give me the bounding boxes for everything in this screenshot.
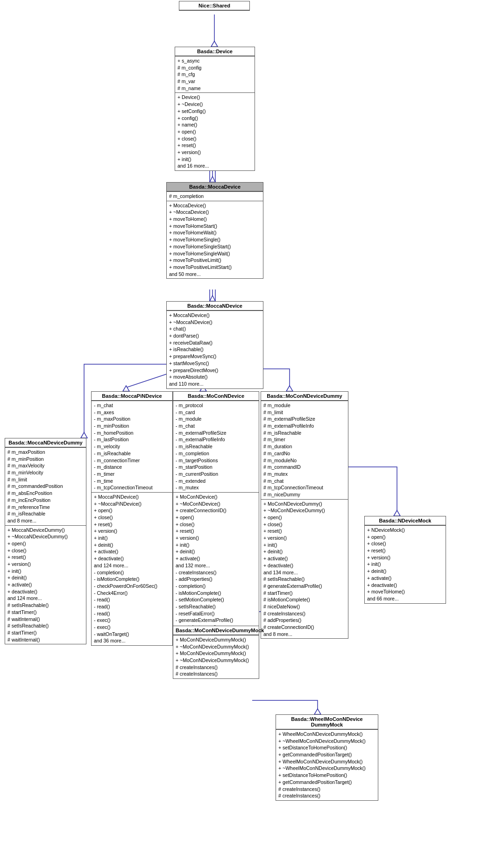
basda-device-methods: + Device() + ~Device() + setConfig() + c…	[175, 92, 255, 170]
svg-marker-11	[123, 386, 129, 391]
basda-mocca-ndevice-dummy-methods: + MoccaNDeviceDummy() + ~MoccaNDeviceDum…	[5, 525, 86, 644]
basda-mocon-ndevice-dummy-methods: + MoConNDeviceDummy() + ~MoConNDeviceDum…	[261, 499, 348, 639]
basda-mocon-ndevice-dummy-mock-box: Basda::MoConNDeviceDummyMock + MoConNDev…	[173, 626, 259, 679]
svg-marker-9	[210, 296, 215, 301]
basda-ndevice-mock-methods: + NDeviceMock() + open() + close() + res…	[365, 525, 446, 603]
basda-mocon-ndevice-dummy-mock-methods: + MoConNDeviceDummyMock() + ~MoConNDevic…	[173, 635, 259, 678]
basda-mocca-pi-ndevice-title: Basda::MoccaPiNDevice	[92, 392, 172, 401]
basda-mocca-device-title: Basda::MoccaDevice	[167, 183, 263, 191]
basda-mocon-ndevice-dummy-attrs: # m_module # m_limit # m_externalProfile…	[261, 401, 348, 499]
basda-mocon-ndevice-box: Basda::MoConNDevice - m_protocol - m_car…	[173, 391, 259, 646]
basda-mocca-pi-ndevice-box: Basda::MoccaPiNDevice - m_chat - m_axes …	[91, 391, 173, 646]
nice-shared-title: Nice::Shared	[179, 1, 249, 10]
basda-device-title: Basda::Device	[175, 47, 255, 56]
basda-mocca-ndevice-title: Basda::MoccaNDevice	[167, 302, 263, 311]
nice-shared-box: Nice::Shared	[179, 1, 250, 11]
svg-marker-16	[314, 709, 321, 714]
basda-mocon-ndevice-dummy-box: Basda::MoConNDeviceDummy # m_module # m_…	[261, 391, 348, 639]
basda-mocca-pi-ndevice-attrs: - m_chat - m_axes - m_maxPosition - m_mi…	[92, 401, 172, 492]
basda-mocca-ndevice-dummy-attrs: # m_maxPosition # m_minPosition # m_maxV…	[5, 447, 86, 525]
basda-mocca-ndevice-dummy-title: Basda::MoccaNDeviceDummy	[5, 438, 86, 447]
diagram-container: Nice::Shared Basda::Device + s_async # m…	[0, 0, 496, 868]
basda-mocon-ndevice-dummy-title: Basda::MoConNDeviceDummy	[261, 392, 348, 401]
basda-mocca-ndevice-box: Basda::MoccaNDevice + MoccaNDevice() + ~…	[166, 301, 263, 389]
basda-mocon-ndevice-methods: + MoConNDevice() + ~MoConNDevice() + cre…	[173, 492, 259, 645]
basda-ndevice-mock-box: Basda::NDeviceMock + NDeviceMock() + ope…	[364, 516, 446, 604]
basda-wheel-mocon-ndevice-dummy-mock-title: Basda::WheelMoConNDeviceDummyMock	[276, 715, 378, 729]
svg-marker-14	[394, 510, 400, 516]
basda-mocca-device-box: Basda::MoccaDevice # m_completion + Mocc…	[166, 182, 263, 279]
basda-wheel-mocon-ndevice-dummy-mock-box: Basda::WheelMoConNDeviceDummyMock + Whee…	[276, 714, 378, 801]
svg-marker-13	[286, 386, 293, 391]
basda-mocon-ndevice-title: Basda::MoConNDevice	[173, 392, 259, 401]
basda-mocca-device-attrs: # m_completion	[167, 191, 263, 201]
basda-mocca-pi-ndevice-methods: + MoccaPiNDevice() + ~MoccaPiNDevice() +…	[92, 492, 172, 645]
basda-mocca-ndevice-dummy-box: Basda::MoccaNDeviceDummy # m_maxPosition…	[5, 438, 86, 644]
basda-mocon-ndevice-dummy-mock-title: Basda::MoConNDeviceDummyMock	[173, 626, 259, 635]
basda-wheel-mocon-ndevice-dummy-mock-methods: + WheelMoConNDeviceDummyMock() + ~WheelM…	[276, 729, 378, 800]
svg-marker-5	[210, 176, 215, 182]
basda-ndevice-mock-title: Basda::NDeviceMock	[365, 516, 446, 525]
svg-marker-1	[211, 41, 218, 47]
basda-device-box: Basda::Device + s_async # m_config # m_c…	[175, 47, 255, 171]
basda-mocon-ndevice-attrs: - m_protocol - m_card - m_module - m_cha…	[173, 401, 259, 492]
basda-mocca-device-methods: + MoccaDevice() + ~MoccaDevice() + moveT…	[167, 201, 263, 279]
basda-device-attrs: + s_async # m_config # m_cfg # m_var # m…	[175, 56, 255, 92]
basda-mocca-ndevice-methods: + MoccaNDevice() + ~MoccaNDevice() + cha…	[167, 311, 263, 388]
svg-marker-10	[81, 432, 87, 438]
